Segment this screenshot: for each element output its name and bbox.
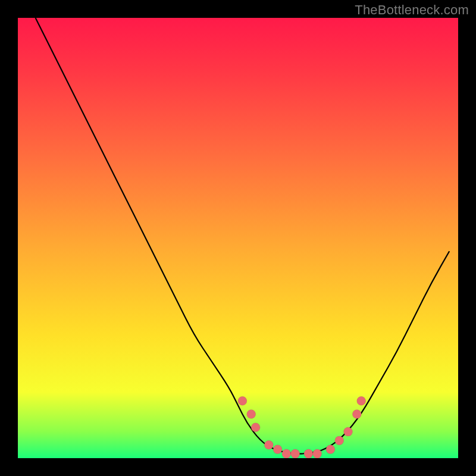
curve-marker [304, 449, 313, 458]
curve-svg [18, 18, 458, 458]
chart-frame: TheBottleneck.com [0, 0, 476, 476]
curve-marker [273, 445, 282, 454]
plot-area [18, 18, 458, 458]
curve-marker [291, 449, 300, 458]
curve-marker [344, 427, 353, 436]
curve-marker [326, 445, 335, 454]
curve-marker [352, 410, 361, 419]
curve-marker [357, 396, 366, 405]
curve-marker [247, 410, 256, 419]
curve-marker [251, 423, 260, 432]
bottleneck-curve [36, 18, 450, 454]
curve-marker [313, 449, 322, 458]
curve-marker [335, 436, 344, 445]
curve-markers [238, 396, 366, 458]
curve-marker [282, 449, 291, 458]
watermark-text: TheBottleneck.com [355, 2, 469, 18]
curve-marker [264, 440, 273, 449]
curve-marker [238, 396, 247, 405]
